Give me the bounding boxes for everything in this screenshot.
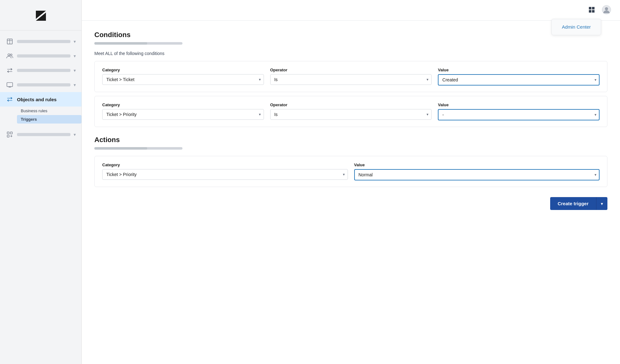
action1-category-label: Category	[102, 163, 348, 167]
svg-rect-6	[7, 83, 13, 87]
sidebar: ▾ ▾ ▾ ▾	[0, 0, 82, 364]
sidebar-item-channels[interactable]: ▾	[0, 63, 81, 78]
action1-value-select[interactable]: Normal	[354, 169, 600, 180]
sidebar-objects-rules-label: Objects and rules	[17, 97, 57, 102]
conditions-met-label: Meet ALL of the following conditions	[94, 51, 607, 56]
admin-center-link[interactable]: Admin Center	[562, 24, 591, 30]
condition-row-1: Category Ticket > Ticket ▾ Operator	[94, 61, 607, 92]
condition1-category-wrapper: Ticket > Ticket ▾	[102, 74, 264, 85]
condition1-value-select[interactable]: Created	[438, 74, 600, 85]
condition1-category-field: Category Ticket > Ticket ▾	[102, 68, 264, 85]
condition2-operator-field: Operator Is ▾	[270, 102, 432, 120]
svg-rect-0	[33, 8, 49, 24]
objects-rules-icon	[6, 95, 14, 103]
action1-value-wrapper: Normal ▾	[354, 169, 600, 180]
nav-label-placeholder	[17, 54, 70, 58]
sidebar-item-objects-rules[interactable]: Objects and rules	[0, 92, 81, 107]
people-icon	[6, 52, 14, 60]
condition2-operator-label: Operator	[270, 102, 432, 107]
svg-rect-15	[592, 7, 595, 9]
sidebar-sub-business-rules[interactable]: Business rules	[17, 107, 81, 115]
grid-menu-button[interactable]	[587, 5, 597, 16]
actions-section: Actions Category Ticket > Priority ▾	[94, 136, 607, 187]
chevron-down-icon: ▾	[74, 82, 76, 87]
top-bar-icons	[587, 4, 612, 17]
nav-items: ▾ ▾ ▾ ▾	[0, 30, 81, 364]
action1-value-label: Value	[354, 163, 600, 167]
condition2-value-field: Value - ▾	[438, 102, 600, 120]
action1-category-select[interactable]: Ticket > Priority	[102, 169, 348, 180]
apps-icon	[6, 130, 14, 139]
condition2-value-label: Value	[438, 102, 600, 107]
condition1-value-wrapper: Created ▾	[438, 74, 600, 85]
user-avatar-icon	[602, 5, 611, 14]
user-profile-button[interactable]	[600, 4, 612, 17]
zendesk-logo	[33, 8, 49, 24]
svg-point-19	[605, 7, 608, 10]
building-icon	[6, 37, 14, 46]
sidebar-item-org[interactable]: ▾	[0, 34, 81, 49]
logo-area	[0, 0, 81, 30]
sidebar-item-workspace[interactable]: ▾	[0, 78, 81, 92]
arrows-icon	[6, 66, 14, 74]
sidebar-item-apps[interactable]: ▾	[0, 127, 81, 142]
condition2-value-wrapper: - ▾	[438, 109, 600, 120]
action1-value-field: Value Normal ▾	[354, 163, 600, 180]
condition2-category-field: Category Ticket > Priority ▾	[102, 102, 264, 120]
chevron-down-icon: ▾	[74, 68, 76, 73]
conditions-title: Conditions	[94, 31, 607, 39]
create-trigger-button[interactable]: Create trigger	[550, 197, 596, 210]
condition1-category-select[interactable]: Ticket > Ticket	[102, 74, 264, 85]
nav-label-placeholder	[17, 69, 70, 72]
condition2-value-select[interactable]: -	[438, 109, 600, 120]
nav-label-placeholder	[17, 40, 70, 43]
chevron-down-icon: ▾	[74, 132, 76, 137]
admin-center-dropdown: Admin Center	[551, 19, 601, 35]
actions-progress	[94, 147, 182, 150]
main-area: Admin Center Conditions Meet ALL of the …	[82, 0, 620, 364]
sidebar-item-people[interactable]: ▾	[0, 49, 81, 63]
sidebar-sub-triggers[interactable]: Triggers	[17, 115, 81, 124]
svg-rect-11	[7, 135, 9, 137]
nav-label-placeholder	[17, 83, 70, 86]
action1-category-field: Category Ticket > Priority ▾	[102, 163, 348, 180]
create-trigger-dropdown-button[interactable]: ▾	[596, 197, 607, 210]
actions-progress-fill	[94, 147, 147, 150]
action-row-1: Category Ticket > Priority ▾ Value N	[94, 156, 607, 187]
condition1-operator-select[interactable]: Is	[270, 74, 432, 85]
condition2-operator-wrapper: Is ▾	[270, 109, 432, 120]
top-bar: Admin Center	[82, 0, 620, 21]
svg-point-4	[8, 54, 10, 56]
conditions-section: Conditions Meet ALL of the following con…	[94, 31, 607, 127]
content-area: Conditions Meet ALL of the following con…	[82, 21, 620, 364]
svg-rect-14	[589, 7, 591, 9]
conditions-progress	[94, 42, 182, 45]
conditions-progress-fill	[94, 42, 147, 45]
svg-rect-9	[7, 132, 9, 134]
condition1-category-label: Category	[102, 68, 264, 72]
condition1-operator-wrapper: Is ▾	[270, 74, 432, 85]
action1-category-wrapper: Ticket > Priority ▾	[102, 169, 348, 180]
screen-icon	[6, 81, 14, 89]
footer-actions: Create trigger ▾	[94, 197, 607, 210]
chevron-down-icon: ▾	[74, 39, 76, 44]
svg-rect-16	[589, 10, 591, 13]
condition1-value-field: Value Created ▾	[438, 68, 600, 85]
svg-point-5	[10, 54, 12, 56]
condition1-value-label: Value	[438, 68, 600, 72]
actions-title: Actions	[94, 136, 607, 144]
condition2-category-select[interactable]: Ticket > Priority	[102, 109, 264, 120]
condition1-operator-label: Operator	[270, 68, 432, 72]
dropdown-chevron-icon: ▾	[601, 201, 603, 206]
condition2-operator-select[interactable]: Is	[270, 109, 432, 120]
condition2-category-label: Category	[102, 102, 264, 107]
sub-nav: Business rules Triggers	[0, 107, 81, 125]
condition2-category-wrapper: Ticket > Priority ▾	[102, 109, 264, 120]
chevron-down-icon: ▾	[74, 53, 76, 58]
grid-icon	[588, 6, 595, 14]
nav-label-placeholder	[17, 133, 70, 136]
condition1-operator-field: Operator Is ▾	[270, 68, 432, 85]
condition-row-2: Category Ticket > Priority ▾ Operator	[94, 96, 607, 127]
svg-rect-17	[592, 10, 595, 13]
svg-rect-10	[10, 132, 12, 134]
